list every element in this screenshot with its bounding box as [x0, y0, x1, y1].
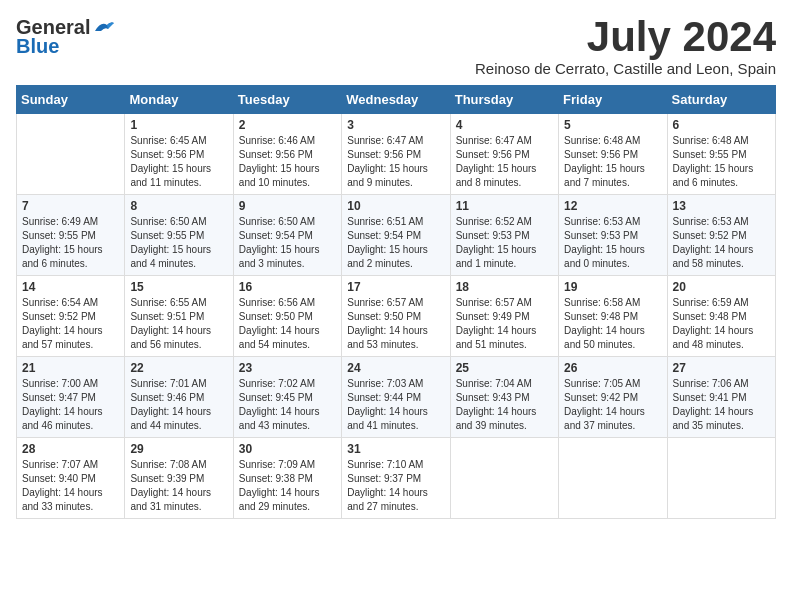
day-info: Sunrise: 6:51 AM Sunset: 9:54 PM Dayligh… [347, 215, 444, 271]
calendar-day-30: 30Sunrise: 7:09 AM Sunset: 9:38 PM Dayli… [233, 438, 341, 519]
calendar-day-17: 17Sunrise: 6:57 AM Sunset: 9:50 PM Dayli… [342, 276, 450, 357]
weekday-header-row: SundayMondayTuesdayWednesdayThursdayFrid… [17, 86, 776, 114]
logo-bird-icon [93, 19, 115, 37]
calendar-day-20: 20Sunrise: 6:59 AM Sunset: 9:48 PM Dayli… [667, 276, 775, 357]
day-info: Sunrise: 7:00 AM Sunset: 9:47 PM Dayligh… [22, 377, 119, 433]
day-info: Sunrise: 7:09 AM Sunset: 9:38 PM Dayligh… [239, 458, 336, 514]
weekday-header-wednesday: Wednesday [342, 86, 450, 114]
day-info: Sunrise: 7:06 AM Sunset: 9:41 PM Dayligh… [673, 377, 770, 433]
calendar-day-23: 23Sunrise: 7:02 AM Sunset: 9:45 PM Dayli… [233, 357, 341, 438]
day-info: Sunrise: 7:03 AM Sunset: 9:44 PM Dayligh… [347, 377, 444, 433]
day-number: 13 [673, 199, 770, 213]
day-info: Sunrise: 6:58 AM Sunset: 9:48 PM Dayligh… [564, 296, 661, 352]
logo: General Blue [16, 16, 115, 58]
calendar-day-15: 15Sunrise: 6:55 AM Sunset: 9:51 PM Dayli… [125, 276, 233, 357]
day-number: 24 [347, 361, 444, 375]
page-header: General Blue July 2024 Reinoso de Cerrat… [16, 16, 776, 77]
calendar-day-16: 16Sunrise: 6:56 AM Sunset: 9:50 PM Dayli… [233, 276, 341, 357]
calendar-empty-cell [450, 438, 558, 519]
calendar-day-5: 5Sunrise: 6:48 AM Sunset: 9:56 PM Daylig… [559, 114, 667, 195]
day-info: Sunrise: 7:07 AM Sunset: 9:40 PM Dayligh… [22, 458, 119, 514]
day-number: 18 [456, 280, 553, 294]
day-info: Sunrise: 6:53 AM Sunset: 9:52 PM Dayligh… [673, 215, 770, 271]
weekday-header-friday: Friday [559, 86, 667, 114]
day-number: 16 [239, 280, 336, 294]
day-number: 9 [239, 199, 336, 213]
day-number: 15 [130, 280, 227, 294]
day-info: Sunrise: 6:48 AM Sunset: 9:56 PM Dayligh… [564, 134, 661, 190]
calendar-day-1: 1Sunrise: 6:45 AM Sunset: 9:56 PM Daylig… [125, 114, 233, 195]
day-number: 2 [239, 118, 336, 132]
weekday-header-saturday: Saturday [667, 86, 775, 114]
day-info: Sunrise: 6:57 AM Sunset: 9:49 PM Dayligh… [456, 296, 553, 352]
day-number: 21 [22, 361, 119, 375]
day-info: Sunrise: 6:56 AM Sunset: 9:50 PM Dayligh… [239, 296, 336, 352]
calendar-day-31: 31Sunrise: 7:10 AM Sunset: 9:37 PM Dayli… [342, 438, 450, 519]
day-info: Sunrise: 7:01 AM Sunset: 9:46 PM Dayligh… [130, 377, 227, 433]
calendar-day-19: 19Sunrise: 6:58 AM Sunset: 9:48 PM Dayli… [559, 276, 667, 357]
calendar-empty-cell [17, 114, 125, 195]
day-number: 28 [22, 442, 119, 456]
calendar-week-2: 7Sunrise: 6:49 AM Sunset: 9:55 PM Daylig… [17, 195, 776, 276]
calendar-day-10: 10Sunrise: 6:51 AM Sunset: 9:54 PM Dayli… [342, 195, 450, 276]
calendar-day-13: 13Sunrise: 6:53 AM Sunset: 9:52 PM Dayli… [667, 195, 775, 276]
day-number: 25 [456, 361, 553, 375]
day-number: 30 [239, 442, 336, 456]
day-info: Sunrise: 6:53 AM Sunset: 9:53 PM Dayligh… [564, 215, 661, 271]
calendar-empty-cell [559, 438, 667, 519]
calendar-day-6: 6Sunrise: 6:48 AM Sunset: 9:55 PM Daylig… [667, 114, 775, 195]
day-info: Sunrise: 6:59 AM Sunset: 9:48 PM Dayligh… [673, 296, 770, 352]
day-info: Sunrise: 6:57 AM Sunset: 9:50 PM Dayligh… [347, 296, 444, 352]
day-number: 10 [347, 199, 444, 213]
calendar-day-27: 27Sunrise: 7:06 AM Sunset: 9:41 PM Dayli… [667, 357, 775, 438]
day-info: Sunrise: 7:08 AM Sunset: 9:39 PM Dayligh… [130, 458, 227, 514]
calendar-day-22: 22Sunrise: 7:01 AM Sunset: 9:46 PM Dayli… [125, 357, 233, 438]
day-info: Sunrise: 6:52 AM Sunset: 9:53 PM Dayligh… [456, 215, 553, 271]
logo-blue: Blue [16, 35, 59, 58]
calendar-day-4: 4Sunrise: 6:47 AM Sunset: 9:56 PM Daylig… [450, 114, 558, 195]
day-info: Sunrise: 6:48 AM Sunset: 9:55 PM Dayligh… [673, 134, 770, 190]
calendar-day-3: 3Sunrise: 6:47 AM Sunset: 9:56 PM Daylig… [342, 114, 450, 195]
calendar-day-11: 11Sunrise: 6:52 AM Sunset: 9:53 PM Dayli… [450, 195, 558, 276]
calendar-day-9: 9Sunrise: 6:50 AM Sunset: 9:54 PM Daylig… [233, 195, 341, 276]
day-number: 12 [564, 199, 661, 213]
calendar-day-7: 7Sunrise: 6:49 AM Sunset: 9:55 PM Daylig… [17, 195, 125, 276]
calendar-day-26: 26Sunrise: 7:05 AM Sunset: 9:42 PM Dayli… [559, 357, 667, 438]
day-number: 7 [22, 199, 119, 213]
day-number: 22 [130, 361, 227, 375]
calendar-week-3: 14Sunrise: 6:54 AM Sunset: 9:52 PM Dayli… [17, 276, 776, 357]
day-number: 8 [130, 199, 227, 213]
calendar-week-4: 21Sunrise: 7:00 AM Sunset: 9:47 PM Dayli… [17, 357, 776, 438]
weekday-header-tuesday: Tuesday [233, 86, 341, 114]
calendar-table: SundayMondayTuesdayWednesdayThursdayFrid… [16, 85, 776, 519]
weekday-header-thursday: Thursday [450, 86, 558, 114]
day-number: 4 [456, 118, 553, 132]
day-info: Sunrise: 7:05 AM Sunset: 9:42 PM Dayligh… [564, 377, 661, 433]
day-number: 11 [456, 199, 553, 213]
month-title: July 2024 [475, 16, 776, 58]
calendar-week-5: 28Sunrise: 7:07 AM Sunset: 9:40 PM Dayli… [17, 438, 776, 519]
day-info: Sunrise: 6:55 AM Sunset: 9:51 PM Dayligh… [130, 296, 227, 352]
weekday-header-sunday: Sunday [17, 86, 125, 114]
calendar-day-25: 25Sunrise: 7:04 AM Sunset: 9:43 PM Dayli… [450, 357, 558, 438]
day-info: Sunrise: 6:47 AM Sunset: 9:56 PM Dayligh… [456, 134, 553, 190]
day-info: Sunrise: 6:54 AM Sunset: 9:52 PM Dayligh… [22, 296, 119, 352]
day-number: 31 [347, 442, 444, 456]
day-number: 3 [347, 118, 444, 132]
day-info: Sunrise: 6:50 AM Sunset: 9:55 PM Dayligh… [130, 215, 227, 271]
day-info: Sunrise: 6:47 AM Sunset: 9:56 PM Dayligh… [347, 134, 444, 190]
day-info: Sunrise: 6:46 AM Sunset: 9:56 PM Dayligh… [239, 134, 336, 190]
calendar-day-28: 28Sunrise: 7:07 AM Sunset: 9:40 PM Dayli… [17, 438, 125, 519]
day-number: 5 [564, 118, 661, 132]
day-info: Sunrise: 6:45 AM Sunset: 9:56 PM Dayligh… [130, 134, 227, 190]
day-info: Sunrise: 6:50 AM Sunset: 9:54 PM Dayligh… [239, 215, 336, 271]
day-number: 26 [564, 361, 661, 375]
day-number: 23 [239, 361, 336, 375]
day-number: 19 [564, 280, 661, 294]
calendar-day-8: 8Sunrise: 6:50 AM Sunset: 9:55 PM Daylig… [125, 195, 233, 276]
day-info: Sunrise: 7:02 AM Sunset: 9:45 PM Dayligh… [239, 377, 336, 433]
calendar-day-24: 24Sunrise: 7:03 AM Sunset: 9:44 PM Dayli… [342, 357, 450, 438]
weekday-header-monday: Monday [125, 86, 233, 114]
subtitle: Reinoso de Cerrato, Castille and Leon, S… [475, 60, 776, 77]
calendar-day-21: 21Sunrise: 7:00 AM Sunset: 9:47 PM Dayli… [17, 357, 125, 438]
